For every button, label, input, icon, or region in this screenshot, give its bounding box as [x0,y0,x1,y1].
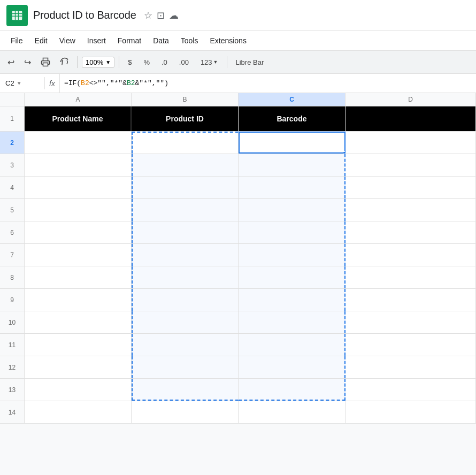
cell-b3[interactable] [132,154,239,176]
cell-b8[interactable] [132,266,239,288]
font-name[interactable]: Libre Bar [232,57,268,68]
cell-a5[interactable] [25,199,132,221]
cell-d2[interactable] [346,132,476,154]
cell-a13[interactable] [25,379,132,401]
row-num-1: 1 [0,106,25,131]
cell-a9[interactable] [25,289,132,311]
cell-b7[interactable] [132,244,239,266]
cell-d4[interactable] [346,177,476,198]
percent-button[interactable]: % [139,57,154,68]
svg-rect-1 [12,11,22,19]
menu-view[interactable]: View [54,34,81,47]
cell-a14[interactable] [25,401,132,423]
cell-d5[interactable] [346,199,476,221]
paint-format-button[interactable] [57,55,73,69]
menu-format[interactable]: Format [112,34,147,47]
cell-b13[interactable] [132,379,239,401]
table-row: 5 [0,199,476,221]
menu-extensions[interactable]: Extensions [204,34,251,47]
fill-handle[interactable] [343,151,346,154]
cell-d7[interactable] [346,244,476,266]
menu-tools[interactable]: Tools [175,34,204,47]
zoom-dropdown-icon: ▼ [105,59,111,65]
format-dropdown-icon: ▼ [213,59,218,65]
cell-a4[interactable] [25,177,132,198]
cell-c9[interactable] [239,289,346,311]
cell-c13[interactable] [239,379,346,401]
cell-b9[interactable] [132,289,239,311]
cell-d10[interactable] [346,311,476,333]
star-icon[interactable]: ☆ [144,10,152,21]
currency-button[interactable]: $ [124,57,136,68]
cell-b4[interactable] [132,177,239,198]
cell-a2[interactable] [25,132,132,154]
dec-decimal-button[interactable]: .0 [157,57,172,68]
cell-a1[interactable]: Product Name [25,106,132,131]
cell-b1[interactable]: Product ID [132,106,239,131]
cell-c1[interactable]: Barcode [239,106,346,131]
svg-rect-6 [43,63,48,66]
inc-decimal-button[interactable]: .00 [175,57,193,68]
cell-a11[interactable] [25,334,132,356]
col-header-a[interactable]: A [25,93,132,106]
cell-a8[interactable] [25,266,132,288]
cell-a6[interactable] [25,221,132,243]
cell-d1[interactable] [346,106,476,131]
zoom-selector[interactable]: 100% ▼ [82,57,114,68]
cell-a12[interactable] [25,356,132,378]
menu-insert[interactable]: Insert [82,34,111,47]
app-logo [6,5,28,26]
cell-d3[interactable] [346,154,476,176]
cell-c14[interactable] [239,401,346,423]
cell-c10[interactable] [239,311,346,333]
cell-a7[interactable] [25,244,132,266]
cell-d14[interactable] [346,401,476,423]
cell-d13[interactable] [346,379,476,401]
redo-button[interactable]: ↪ [21,55,34,70]
menu-file[interactable]: File [5,34,28,47]
cell-reference-box[interactable]: C2 ▼ [2,77,45,89]
cloud-icon[interactable]: ☁ [169,10,179,21]
more-formats-button[interactable]: 123 ▼ [196,57,222,68]
table-row: 13 [0,379,476,401]
undo-button[interactable]: ↩ [4,55,18,70]
cell-c7[interactable] [239,244,346,266]
cell-c11[interactable] [239,334,346,356]
table-row: 14 [0,401,476,424]
cell-c3[interactable] [239,154,346,176]
cell-c6[interactable] [239,221,346,243]
cell-a10[interactable] [25,311,132,333]
cell-d6[interactable] [346,221,476,243]
cell-b6[interactable] [132,221,239,243]
row-num-14: 14 [0,401,25,423]
cell-d9[interactable] [346,289,476,311]
menu-edit[interactable]: Edit [29,34,53,47]
row-num-9: 9 [0,289,25,311]
cell-c2[interactable] [239,132,346,154]
cell-b5[interactable] [132,199,239,221]
cell-c5[interactable] [239,199,346,221]
title-bar: Product ID to Barcode ☆ ⊡ ☁ [0,0,476,31]
row-num-10: 10 [0,311,25,333]
menu-data[interactable]: Data [148,34,174,47]
col-header-b[interactable]: B [132,93,239,106]
cell-c8[interactable] [239,266,346,288]
cell-b11[interactable] [132,334,239,356]
cell-d11[interactable] [346,334,476,356]
table-row: 8 [0,266,476,289]
cell-b10[interactable] [132,311,239,333]
cell-c4[interactable] [239,177,346,198]
cell-d8[interactable] [346,266,476,288]
separator-2 [119,56,119,68]
formula-input[interactable]: =IF(B2<>"","*"&B2&"*","") [60,77,474,89]
cell-d12[interactable] [346,356,476,378]
col-header-c[interactable]: C [239,93,346,106]
print-button[interactable] [37,55,53,69]
cell-b14[interactable] [132,401,239,423]
cell-b12[interactable] [132,356,239,378]
col-header-d[interactable]: D [346,93,476,106]
cell-a3[interactable] [25,154,132,176]
folder-icon[interactable]: ⊡ [157,10,165,21]
cell-b2[interactable] [132,132,239,154]
cell-c12[interactable] [239,356,346,378]
